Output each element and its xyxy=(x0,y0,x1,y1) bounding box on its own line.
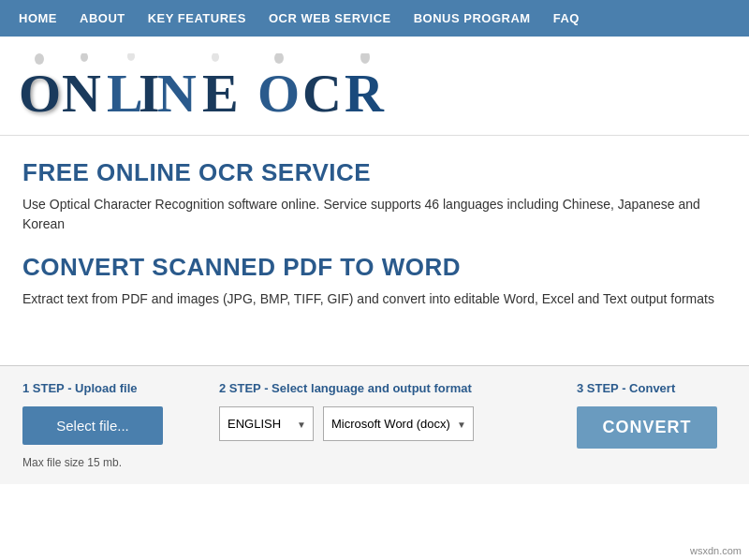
step-3: 3 STEP - Convert CONVERT xyxy=(577,381,727,449)
nav-key-features[interactable]: KEY FEATURES xyxy=(148,11,246,25)
hero-desc-1: Use Optical Character Recognition softwa… xyxy=(22,195,727,234)
logo: O N L I N E O C R xyxy=(19,53,730,124)
navbar: // Nav items rendered inline below HOME … xyxy=(0,0,749,37)
select-file-button[interactable]: Select file... xyxy=(22,406,163,445)
svg-point-14 xyxy=(212,53,219,62)
nav-home[interactable]: HOME xyxy=(19,11,57,25)
max-file-text: Max file size 15 mb. xyxy=(22,456,191,469)
step-3-label: 3 STEP - Convert xyxy=(577,381,727,395)
svg-point-13 xyxy=(127,53,135,61)
convert-button[interactable]: CONVERT xyxy=(577,406,717,449)
logo-area: O N L I N E O C R xyxy=(0,37,749,136)
nav-bonus-program[interactable]: BONUS PROGRAM xyxy=(414,11,531,25)
svg-text:L: L xyxy=(107,63,143,124)
svg-text:R: R xyxy=(345,63,385,124)
step-2-label: 2 STEP - Select language and output form… xyxy=(219,381,558,395)
svg-text:N: N xyxy=(157,63,197,124)
hero-title-2: CONVERT SCANNED PDF TO WORD xyxy=(22,253,727,282)
svg-text:E: E xyxy=(202,63,239,124)
nav-faq[interactable]: FAQ xyxy=(553,11,580,25)
hero-desc-2: Extract text from PDF and images (JPG, B… xyxy=(22,289,727,309)
hero-title-1: FREE ONLINE OCR SERVICE xyxy=(22,158,727,187)
nav-ocr-web-service[interactable]: OCR WEB SERVICE xyxy=(269,11,391,25)
language-select[interactable]: ENGLISH FRENCH GERMAN SPANISH CHINESE JA… xyxy=(219,406,314,441)
step-1-label: 1 STEP - Upload file xyxy=(22,381,191,395)
svg-text:C: C xyxy=(302,63,342,124)
main-content: FREE ONLINE OCR SERVICE Use Optical Char… xyxy=(0,136,749,309)
svg-point-10 xyxy=(81,53,88,62)
step-2: 2 STEP - Select language and output form… xyxy=(219,381,558,441)
format-select-wrapper: Microsoft Word (docx) Microsoft Excel (x… xyxy=(323,406,474,441)
bottom-panel: 1 STEP - Upload file Select file... Max … xyxy=(0,365,749,484)
logo-svg: O N L I N E O C R xyxy=(19,53,506,124)
format-select[interactable]: Microsoft Word (docx) Microsoft Excel (x… xyxy=(323,406,474,441)
nav-about[interactable]: ABOUT xyxy=(80,11,125,25)
step-1: 1 STEP - Upload file Select file... Max … xyxy=(22,381,191,469)
svg-text:O: O xyxy=(19,63,61,124)
svg-text:N: N xyxy=(62,63,101,124)
svg-point-9 xyxy=(35,53,44,65)
svg-text:O: O xyxy=(257,63,300,124)
step-2-selects: ENGLISH FRENCH GERMAN SPANISH CHINESE JA… xyxy=(219,406,558,441)
language-select-wrapper: ENGLISH FRENCH GERMAN SPANISH CHINESE JA… xyxy=(219,406,314,441)
steps-row: 1 STEP - Upload file Select file... Max … xyxy=(22,381,727,469)
